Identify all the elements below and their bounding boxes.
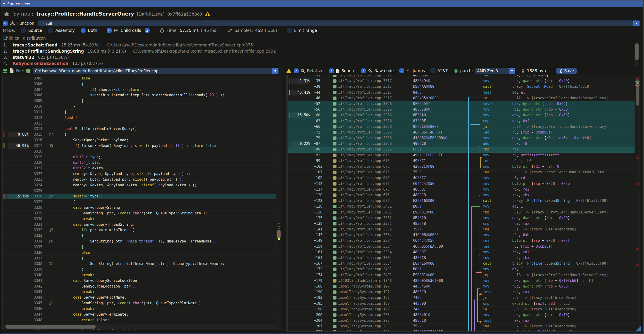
child-calls-checkbox[interactable] — [107, 28, 112, 33]
asm-row[interactable]: +66…t\TracyProfiler.cpp:33260F87CE060000… — [288, 124, 634, 130]
asm-row[interactable]: +135…t\TracyProfiler.cpp:33328B4320movea… — [288, 215, 634, 221]
raw-code-toggle[interactable]: Raw code — [361, 68, 394, 73]
asm-row[interactable]: +112…t\TracyProfiler.hpp:676C64424205Emo… — [288, 181, 634, 187]
asm-row[interactable]: +79…t\TracyProfiler.cpp:3326418B8C80E0BF… — [288, 135, 634, 141]
child-call-item[interactable]: 2.tracy::Profiler::SendLongString19.88 m… — [3, 48, 634, 54]
att-toggle[interactable]: AT&T — [430, 68, 448, 73]
asm-row[interactable]: 0.22%+87…t\TracyProfiler.cpp:33264903C8a… — [288, 141, 634, 147]
asm-row[interactable]: +143…t\TracyProfiler.cpp:333441B90B00000… — [288, 232, 634, 238]
resize-grip[interactable] — [636, 326, 641, 332]
source-toggle[interactable]: Source — [329, 68, 355, 73]
source-line-row[interactable]: 3306 { — [2, 81, 276, 87]
asm-row[interactable]: +204…mon\TracySystem.cpp:2034885C0testra… — [288, 318, 634, 324]
asm-row[interactable]: +102…t\TracyProfiler.hpp:67642803C0F00cm… — [288, 164, 634, 169]
asm-row[interactable]: 45.41%+44…t\TracyProfiler.cpp:331784C0te… — [288, 90, 634, 96]
titlebar[interactable]: ▼ Source view — [0, 0, 643, 7]
uarch-select[interactable]: AMD Zen 3 — [475, 68, 515, 74]
collapse-caret-icon[interactable]: ▼ — [3, 2, 5, 5]
source-line-row[interactable]: 3323 memcpy( &ptr, &payload.ptr, sizeof(… — [2, 177, 276, 182]
source-hscrollbar[interactable] — [4, 324, 275, 329]
source-line-row[interactable]: 3324 memcpy( &extra, &payload.extra, siz… — [2, 182, 276, 188]
source-line-row[interactable]: 3340 break; — [2, 272, 276, 278]
att-checkbox[interactable] — [430, 68, 436, 73]
source-line-row[interactable]: 3345@1 SendString( ptr, (const char*)ptr… — [2, 301, 276, 306]
asm-row[interactable]: +107…t\TracyProfiler.hpp:67675F6jne.L0 -… — [288, 169, 634, 175]
source-line-row[interactable]: 3309 } — [2, 98, 276, 104]
asm-row[interactable]: +141…t\TracyProfiler.cpp:33327524jne.L1 … — [288, 227, 634, 232]
assembly-vscrollbar[interactable] — [635, 76, 640, 331]
save-button[interactable]: Save — [556, 68, 577, 74]
relative-toggle[interactable]: Relative — [294, 68, 323, 73]
radio-icon[interactable] — [21, 28, 26, 33]
asm-row[interactable]: +52…t\TracyProfiler.cpp:33260FB64597movz… — [288, 101, 634, 107]
asm-row[interactable]: +195…mon\TracySystem.cpp:199443900cmpdwo… — [288, 301, 634, 307]
asm-row[interactable]: 1.31%+35…t\TracyProfiler.cpp:3317488B494… — [288, 78, 634, 84]
source-line-row[interactable]: 3335 } — [2, 244, 276, 250]
asm-row[interactable]: +161…t\TracyProfiler.cpp:3334488BD7movrd… — [288, 250, 634, 255]
limit-range-toggle[interactable]: Limit range — [287, 28, 317, 33]
source-line-row[interactable]: 3341 case ServerQuerySourceLocation: — [2, 278, 276, 284]
asm-row[interactable]: +198…mon\TracySystem.cpp:199744Cje.L6 ->… — [288, 307, 634, 312]
source-line-row[interactable]: 46.93%3317@5 if( !m_sock->Read( &payload… — [2, 143, 276, 149]
file-select[interactable]: C:\Users\wolf\Desktop\darkrl\contrib\tra… — [32, 68, 279, 74]
asm-row[interactable]: +149…t\TracyProfiler.cpp:3334C64424205Fm… — [288, 238, 634, 244]
warning-icon[interactable] — [205, 11, 210, 16]
asm-row[interactable]: +46…t\TracyProfiler.cpp:33170F8435020000… — [288, 96, 634, 101]
asm-row[interactable]: +63…t\TracyProfiler.cpp:332683F80Fcmpeax… — [288, 118, 634, 124]
source-line-row[interactable]: 3311} — [2, 109, 276, 115]
asm-row[interactable]: +193…mon\TracySystem.cpp:197740Eje.L3 ->… — [288, 295, 634, 301]
chevron-down-icon[interactable] — [272, 68, 278, 74]
chevron-down-icon[interactable] — [633, 20, 640, 26]
source-line-row[interactable]: 3307 if( shouldExit ) return; — [2, 87, 276, 93]
asm-row[interactable]: 15.50%+60…t\TracyProfiler.cpp:33268B55A0… — [288, 113, 634, 118]
source-line-row[interactable]: 3337 { — [2, 256, 276, 261]
asm-row[interactable]: +99…t\TracyProfiler.hpp:67649FFC1incr9 ;… — [288, 158, 634, 164]
child-call-item[interactable]: 1.tracy::Socket::Read25.25 ms (54.89%)C:… — [3, 42, 634, 48]
source-line-row[interactable]: 3316 ServerQueryPacket payload; — [2, 138, 276, 143]
asm-row[interactable]: +138…t\TracyProfiler.cpp:3332483BF8cmprd… — [288, 221, 634, 227]
mode-radio-assembly[interactable]: Assembly — [48, 28, 75, 33]
source-line-row[interactable]: 3346 break; — [2, 306, 276, 312]
function-checkbox[interactable] — [3, 21, 8, 26]
source-line-row[interactable]: 3336 else — [2, 250, 276, 256]
child-call-item[interactable]: 3.stat64i32625 µs (1.36%) — [3, 54, 634, 60]
splitter[interactable] — [284, 75, 284, 332]
child-call-item[interactable]: 4.KeSynchronizeExecution125 µs (0.27%) — [3, 60, 634, 66]
raw-code-checkbox[interactable] — [361, 68, 366, 73]
source-line-row[interactable]: 3348 return false; — [2, 318, 276, 323]
source-line-row[interactable]: 3314bool Profiler::HandleServerQuery() — [2, 126, 276, 132]
source-line-row[interactable]: 3333 { — [2, 233, 276, 239]
source-line-row[interactable]: 15.79%3326@9 switch( type ) — [2, 194, 276, 199]
source-line-row[interactable]: 3320 uint64_t ptr; — [2, 160, 276, 166]
source-line-row[interactable]: 3334@6 SendString( ptr, "Main thread", 1… — [2, 239, 276, 244]
source-line-row[interactable]: 3305 else — [2, 76, 276, 81]
source-line-row[interactable]: 3318 — [2, 149, 276, 155]
asm-row[interactable]: +123…t\TracyProfiler.hpp:676E850160000ca… — [288, 198, 634, 204]
asm-row[interactable]: +200…mon\TracySystem.cpp:203488B4010movr… — [288, 312, 634, 318]
source-vscrollbar[interactable] — [276, 76, 281, 330]
mode-radio-source[interactable]: Source — [21, 28, 42, 33]
jumps-checkbox[interactable] — [399, 68, 404, 73]
asm-row[interactable]: +72…t\TracyProfiler.cpp:33264C8D05F146F2… — [288, 130, 634, 135]
source-line-row[interactable]: 3330 break; — [2, 216, 276, 222]
source-line-row[interactable]: 3332@3 if( ptr == m_mainThread ) — [2, 227, 276, 233]
asm-row[interactable]: +186…mon\TracySystem.cpp:197448B4598movr… — [288, 284, 634, 289]
source-line-row[interactable]: 3308 std::this_thread::sleep_for( std::c… — [2, 92, 276, 98]
source-line-row[interactable]: 3342 SendSourceLocation( ptr ); — [2, 284, 276, 289]
asm-row[interactable]: +172…t\TracyProfiler.cpp:3401B001moval, … — [288, 267, 634, 272]
warning-icon[interactable] — [286, 68, 292, 73]
limit-range-checkbox[interactable] — [287, 28, 292, 33]
radio-icon[interactable] — [48, 28, 53, 33]
source-line-row[interactable]: 0.66%3315@7{ — [2, 132, 276, 138]
source-line-row[interactable]: 3313 — [2, 121, 276, 126]
collapse-up-button[interactable]: ▲ — [144, 28, 150, 33]
chevron-down-icon[interactable] — [509, 68, 515, 74]
source-line-row[interactable]: 3321 uint32_t extra; — [2, 166, 276, 171]
function-select[interactable]: [ - self - ] — [38, 20, 640, 26]
source-line-row[interactable]: 3312#endif — [2, 115, 276, 121]
scroll-thumb[interactable] — [636, 79, 639, 106]
asm-row[interactable]: +120…t\TracyProfiler.hpp:676488BCBmovrcx… — [288, 192, 634, 198]
source-line-row[interactable]: 3339 } — [2, 267, 276, 272]
source-line-row[interactable]: 3329 SendString( ptr, (const char*)ptr, … — [2, 211, 276, 216]
asm-row[interactable]: +90…t\TracyProfiler.cpp:3326FFE1jmprcx — [288, 147, 634, 152]
